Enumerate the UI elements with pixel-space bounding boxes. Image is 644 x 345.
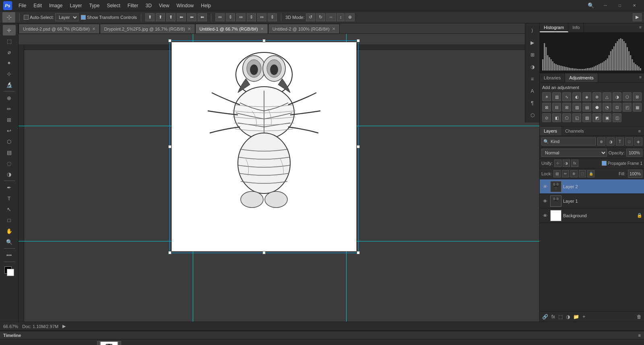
layer-item-2[interactable]: 👁 Layer 2 [540, 179, 644, 194]
menu-layer[interactable]: Layer [66, 2, 85, 10]
dist-btn6[interactable]: ⇕ [268, 13, 277, 21]
lock-transparent-icon[interactable]: ▨ [553, 170, 561, 177]
handle-top-left[interactable] [168, 39, 171, 42]
layer-1-visibility[interactable]: 👁 [541, 197, 549, 205]
move-tool[interactable]: ✛ [3, 25, 16, 35]
marquee-tool[interactable]: ⬚ [3, 36, 16, 46]
add-group-btn[interactable]: 📁 [573, 314, 579, 320]
auto-select-checkbox[interactable] [24, 15, 29, 20]
menu-window[interactable]: Window [173, 2, 197, 10]
close-tab-1[interactable]: ✕ [92, 27, 95, 31]
extra-btn5[interactable]: ◧ [552, 113, 561, 122]
close-tab-3[interactable]: ✕ [260, 27, 264, 31]
quick-select-tool[interactable]: ✦ [3, 58, 16, 68]
dist-btn3[interactable]: ⇔ [236, 13, 246, 21]
handle-top-right[interactable] [357, 39, 360, 42]
tab-drypoint[interactable]: Drypoint.2_5%2F5.jpg @ 16.7% (RGB/8) ✕ [100, 24, 195, 33]
more-tools[interactable]: ••• [3, 250, 16, 260]
dodge-tool[interactable]: ◑ [3, 169, 16, 179]
extra-btn6[interactable]: ⬠ [562, 113, 571, 122]
adj-close[interactable]: ≡ [637, 73, 644, 82]
tab-info[interactable]: Info [568, 23, 584, 32]
lock-all-icon[interactable]: 🔒 [587, 170, 594, 177]
align-vcenter-btn[interactable]: ⬆ [156, 13, 165, 21]
layer-2-visibility[interactable]: 👁 [541, 183, 549, 190]
frame-1[interactable]: 0 sec. [97, 341, 121, 345]
sidebar-text-icon[interactable]: A [527, 85, 538, 97]
layers-filter-dropdown[interactable]: 🔍 Kind [541, 137, 596, 145]
video-btn[interactable]: ▶ [633, 13, 642, 21]
levels-btn[interactable]: ▥ [552, 92, 561, 101]
add-fx-btn[interactable]: fx [551, 314, 555, 320]
status-arrow[interactable]: ▶ [62, 324, 66, 329]
search-icon[interactable]: 🔍 [584, 0, 597, 11]
add-adjustment-btn[interactable]: ◑ [566, 314, 570, 320]
3d-btn2[interactable]: ↻ [316, 13, 325, 21]
opacity-input[interactable] [626, 149, 642, 157]
window-close[interactable]: ✕ [628, 0, 641, 11]
brush-tool[interactable]: ✏ [3, 104, 16, 114]
lock-artboard-icon[interactable]: ⬚ [579, 170, 586, 177]
3d-btn4[interactable]: ↕ [337, 13, 345, 21]
crop-tool[interactable]: ⊹ [3, 69, 16, 79]
window-minimize[interactable]: ─ [599, 0, 612, 11]
zoom-tool[interactable]: 🔍 [3, 237, 16, 247]
hand-tool[interactable]: ✋ [3, 226, 16, 236]
lasso-tool[interactable]: ⌀ [3, 47, 16, 57]
tab-libraries[interactable]: Libraries [540, 73, 565, 82]
3d-btn3[interactable]: ↔ [326, 13, 336, 21]
3d-btn1[interactable]: ↺ [306, 13, 315, 21]
tab-channels[interactable]: Channels [561, 127, 588, 135]
3d-btn5[interactable]: ⊕ [345, 13, 355, 21]
path-select-tool[interactable]: ↖ [3, 204, 16, 214]
sidebar-3d-icon[interactable]: ⬡ [527, 110, 538, 121]
eraser-tool[interactable]: ⬡ [3, 136, 16, 147]
propagate-checkbox[interactable] [602, 161, 607, 166]
move-tool-icon[interactable]: ⊹ [2, 12, 15, 23]
tab-untitled2-psd[interactable]: Untitled-2.psd @ 66.7% (RGB/8#) ✕ [19, 24, 100, 33]
color-picker[interactable] [3, 265, 16, 277]
menu-image[interactable]: Image [46, 2, 66, 10]
history-brush-tool[interactable]: ↩ [3, 125, 16, 136]
layer-item-1[interactable]: 👁 Layer 1 [540, 194, 644, 208]
extra-btn2[interactable]: ◰ [623, 103, 632, 112]
sidebar-adjust-icon[interactable]: ◑ [527, 61, 538, 73]
sidebar-props-icon[interactable]: ≡ [527, 73, 538, 85]
align-hcenter-btn[interactable]: ⬅ [187, 13, 196, 21]
align-bottom-btn[interactable]: ⬆ [166, 13, 175, 21]
filter-shape-icon[interactable]: □ [625, 137, 633, 145]
add-mask-btn[interactable]: ⬚ [558, 314, 563, 320]
menu-filter[interactable]: Filter [124, 2, 142, 10]
layer-bg-visibility[interactable]: 👁 [541, 212, 549, 219]
exposure-btn[interactable]: ◐ [572, 92, 581, 101]
vibrance-btn[interactable]: ◈ [582, 92, 591, 101]
menu-3d[interactable]: 3D [142, 2, 155, 10]
sidebar-collapse-icon[interactable]: ⟩ [527, 25, 538, 36]
clone-tool[interactable]: ⊞ [3, 114, 16, 125]
menu-edit[interactable]: Edit [30, 2, 45, 10]
shape-tool[interactable]: □ [3, 215, 16, 225]
extra-btn1[interactable]: ⊡ [613, 103, 621, 112]
tab-layers[interactable]: Layers [540, 127, 561, 135]
hue-sat-btn[interactable]: ⊕ [592, 92, 601, 101]
menu-type[interactable]: Type [86, 2, 103, 10]
channel-mixer-btn[interactable]: ⊞ [633, 92, 642, 101]
handle-middle-left[interactable] [168, 145, 171, 148]
tab-histogram[interactable]: Histogram [540, 23, 568, 32]
healing-brush-tool[interactable]: ⊕ [3, 93, 16, 103]
sidebar-play-icon[interactable]: ▶ [527, 37, 538, 48]
dist-v-btn[interactable]: ⇕ [226, 13, 235, 21]
brightness-contrast-btn[interactable]: ☀ [542, 92, 551, 101]
sidebar-grid-icon[interactable]: ⊞ [527, 49, 538, 60]
handle-bottom-right[interactable] [357, 251, 360, 254]
add-layer-btn[interactable]: + [582, 314, 585, 320]
handle-bottom-left[interactable] [168, 251, 171, 254]
menu-file[interactable]: File [15, 2, 29, 10]
window-restore[interactable]: □ [613, 0, 626, 11]
extra-btn11[interactable]: ◫ [613, 113, 621, 122]
lock-paint-icon[interactable]: ✏ [562, 170, 569, 177]
layers-panel-menu[interactable]: ≡ [635, 127, 644, 135]
close-tab-4[interactable]: ✕ [332, 27, 335, 31]
extra-btn3[interactable]: ▦ [633, 103, 642, 112]
gradient-tool[interactable]: ▤ [3, 147, 16, 158]
